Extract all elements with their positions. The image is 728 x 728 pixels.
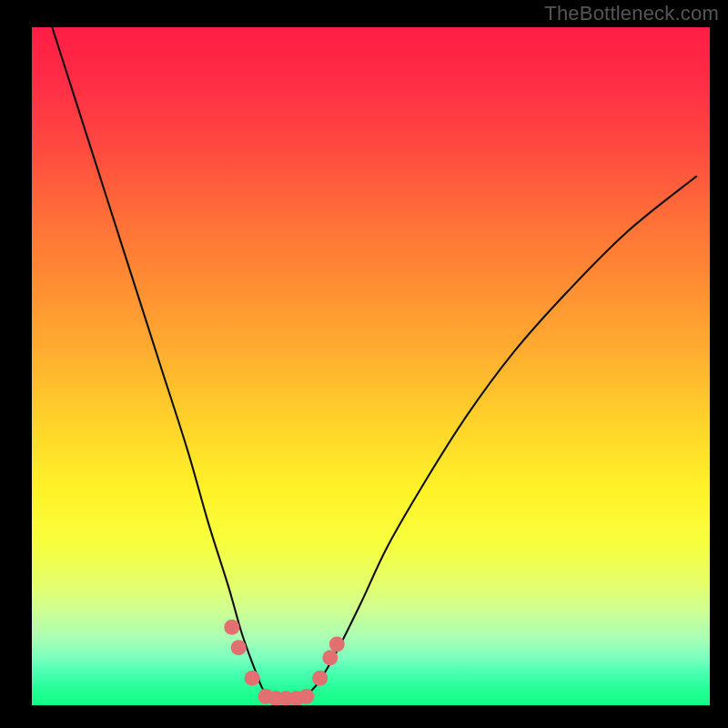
curve-right-branch xyxy=(303,177,696,697)
marker-dot xyxy=(312,671,328,686)
chart-root: TheBottleneck.com xyxy=(0,0,728,728)
curve-right xyxy=(303,177,696,697)
marker-dot xyxy=(245,671,260,686)
marker-dot xyxy=(231,640,247,655)
marker-dot xyxy=(224,620,239,635)
plot-frame xyxy=(32,27,710,705)
marker-dot xyxy=(322,650,338,665)
marker-dot xyxy=(298,689,314,704)
plot-area xyxy=(32,27,710,705)
curve-left xyxy=(52,27,268,697)
curve-layer xyxy=(32,27,710,705)
watermark-text: TheBottleneck.com xyxy=(544,2,719,25)
curve-left-branch xyxy=(52,27,268,697)
marker-dot xyxy=(329,636,345,652)
